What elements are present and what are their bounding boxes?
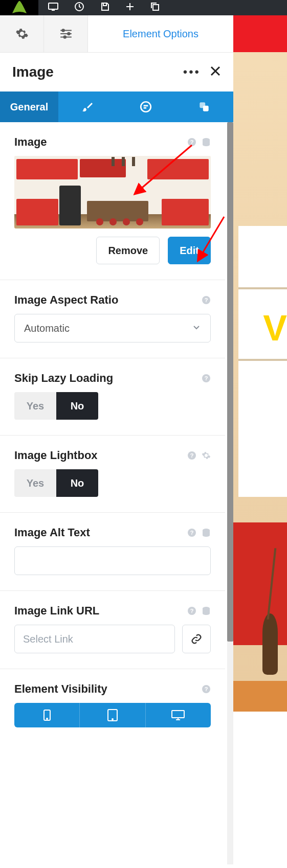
section-image-heading: Image — [14, 135, 182, 149]
edit-button[interactable]: Edit — [168, 237, 211, 264]
more-options-button[interactable]: ••• — [183, 65, 201, 79]
panel-content: Image ? Remove — [0, 122, 225, 864]
database-icon[interactable] — [202, 606, 211, 615]
visibility-heading: Element Visibility — [14, 682, 196, 696]
section-aspect-ratio: Image Aspect Ratio ? Automatic — [0, 280, 225, 358]
svg-rect-2 — [103, 3, 106, 6]
svg-rect-31 — [172, 711, 184, 718]
mobile-icon — [43, 709, 51, 721]
svg-point-6 — [63, 36, 65, 38]
copy-icon[interactable] — [150, 2, 160, 14]
link-icon — [191, 633, 202, 645]
lazy-loading-no[interactable]: No — [56, 392, 98, 420]
help-icon[interactable]: ? — [187, 606, 196, 615]
section-image: Image ? Remove — [0, 122, 225, 280]
svg-point-5 — [68, 33, 70, 35]
lightbox-toggle: Yes No — [14, 469, 211, 497]
tab-style[interactable] — [58, 92, 117, 122]
tablet-icon — [107, 709, 118, 722]
save-icon[interactable] — [100, 2, 110, 14]
sliders-icon — [59, 28, 73, 39]
device-desktop-button[interactable] — [145, 703, 211, 727]
close-panel-button[interactable] — [210, 64, 221, 80]
lazy-loading-toggle: Yes No — [14, 392, 211, 420]
device-visibility-buttons — [14, 703, 211, 727]
help-icon[interactable]: ? — [202, 295, 211, 305]
chat-icon — [139, 100, 152, 113]
panel-title-row: Image ••• — [0, 53, 233, 92]
secondary-header: Element Options — [0, 15, 287, 52]
aspect-ratio-select[interactable]: Automatic — [14, 314, 211, 342]
tab-general[interactable]: General — [0, 92, 58, 122]
top-toolbar-icons — [48, 2, 160, 14]
link-url-input[interactable] — [14, 625, 175, 653]
help-icon[interactable]: ? — [187, 451, 196, 460]
device-tablet-button[interactable] — [79, 703, 145, 727]
close-icon — [210, 65, 221, 77]
scrollbar-thumb[interactable] — [227, 122, 233, 642]
section-link-url: Image Link URL ? — [0, 591, 225, 669]
svg-text:?: ? — [190, 452, 194, 459]
svg-text:?: ? — [190, 530, 194, 536]
lightbox-no[interactable]: No — [56, 469, 98, 497]
toggle-yes-label: Yes — [27, 400, 44, 412]
lightbox-heading: Image Lightbox — [14, 449, 182, 462]
tab-animation[interactable] — [175, 92, 233, 122]
section-lazy-loading: Skip Lazy Loading ? Yes No — [0, 358, 225, 436]
svg-rect-3 — [153, 5, 159, 10]
app-logo — [0, 0, 38, 15]
database-icon[interactable] — [202, 138, 211, 147]
svg-text:?: ? — [205, 297, 208, 303]
gear-icon[interactable] — [202, 451, 211, 460]
section-lightbox: Image Lightbox ? Yes No — [0, 436, 225, 513]
database-icon[interactable] — [202, 528, 211, 537]
settings-button[interactable] — [0, 15, 44, 52]
aspect-ratio-heading: Image Aspect Ratio — [14, 293, 196, 307]
element-options-panel: Image ••• General Image ? — [0, 52, 233, 864]
thrive-leaf-icon — [9, 1, 30, 14]
brush-icon — [81, 101, 94, 113]
letter-fragment: V — [263, 308, 287, 349]
stick-graphic — [267, 548, 277, 620]
plus-icon[interactable] — [125, 2, 135, 13]
alt-text-input[interactable] — [14, 546, 211, 575]
chevron-down-icon — [192, 323, 201, 334]
remove-button[interactable]: Remove — [96, 237, 160, 264]
clock-icon[interactable] — [74, 2, 84, 14]
svg-point-7 — [141, 102, 151, 112]
panel-title: Image — [12, 64, 183, 80]
tab-general-label: General — [10, 101, 48, 113]
help-icon[interactable]: ? — [187, 138, 196, 147]
toggle-no-label: No — [71, 400, 84, 412]
gear-icon — [15, 27, 29, 40]
element-options-label: Element Options — [123, 28, 198, 40]
help-icon[interactable]: ? — [202, 684, 211, 694]
svg-text:?: ? — [205, 686, 208, 692]
link-picker-button[interactable] — [182, 625, 211, 653]
toggle-yes-label: Yes — [27, 477, 44, 489]
vase-graphic — [262, 613, 278, 675]
section-visibility: Element Visibility ? — [0, 669, 225, 743]
svg-text:?: ? — [190, 139, 194, 145]
svg-point-4 — [62, 29, 64, 31]
svg-text:?: ? — [205, 375, 208, 381]
aspect-ratio-value: Automatic — [24, 323, 70, 334]
lazy-loading-heading: Skip Lazy Loading — [14, 372, 196, 385]
canvas-background-fragment: V — [233, 52, 287, 712]
lazy-loading-yes[interactable]: Yes — [14, 392, 56, 420]
sliders-button[interactable] — [44, 15, 88, 52]
svg-rect-0 — [49, 3, 58, 9]
desktop-icon — [171, 710, 185, 721]
element-options-tab[interactable]: Element Options — [88, 15, 233, 52]
option-tabs: General — [0, 92, 233, 122]
help-icon[interactable]: ? — [202, 374, 211, 383]
image-preview[interactable] — [14, 156, 211, 229]
device-mobile-button[interactable] — [14, 703, 79, 727]
tab-responsive[interactable] — [117, 92, 175, 122]
device-icon[interactable] — [48, 2, 59, 13]
svg-text:?: ? — [190, 608, 194, 614]
link-url-heading: Image Link URL — [14, 604, 182, 618]
help-icon[interactable]: ? — [187, 528, 196, 537]
lightbox-yes[interactable]: Yes — [14, 469, 56, 497]
panel-scroll-area: Image ? Remove — [0, 122, 233, 864]
